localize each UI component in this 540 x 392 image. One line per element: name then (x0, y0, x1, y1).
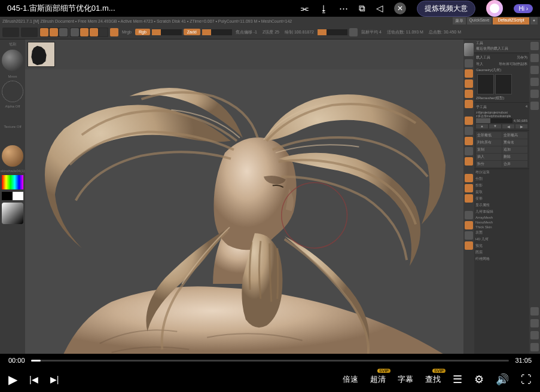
rp-insert[interactable]: 插入 (476, 154, 502, 160)
menubar-menu[interactable]: 菜单 (453, 17, 466, 24)
rp-merge[interactable]: 合并 (502, 161, 528, 167)
prev-button[interactable]: |◀ (29, 375, 38, 384)
fr-8[interactable] (530, 319, 539, 327)
tb-mrgb[interactable]: Mrgb (120, 30, 133, 34)
tb-dynamic[interactable] (349, 28, 358, 36)
rp-all-high[interactable]: 全部最高 (502, 132, 528, 139)
rs-icon-2[interactable] (465, 79, 473, 88)
rp-panel-10[interactable]: 表面 (474, 229, 529, 236)
quicksave-button[interactable]: QuickSave (467, 17, 492, 24)
rp-panel-0[interactable]: 布尔运算 (474, 169, 529, 176)
rp-panel-7[interactable]: ArrayMesh (474, 215, 529, 220)
rp-nav-up[interactable]: ▲ (476, 124, 488, 128)
rp-duplicate[interactable]: 复制 (476, 146, 502, 153)
rs-frame[interactable] (465, 59, 473, 68)
rs-move[interactable] (465, 174, 473, 182)
tb-move[interactable] (71, 28, 79, 36)
rp-panel-4[interactable]: 变形 (474, 195, 529, 202)
fr-6[interactable] (530, 102, 539, 110)
rp-append[interactable]: 追加 (502, 146, 528, 153)
rp-panel-13[interactable]: 图层 (474, 249, 529, 256)
rs-rotate[interactable] (465, 194, 473, 203)
rp-all-low[interactable]: 全部最低 (476, 132, 502, 139)
fr-10[interactable] (530, 343, 539, 351)
tb-rgb-slider[interactable] (152, 29, 182, 35)
fr-4[interactable] (530, 78, 539, 86)
rp-subtool-slider[interactable] (476, 118, 512, 123)
rs-xyz[interactable] (465, 147, 473, 155)
rp-panel-9[interactable]: Thick Skin (474, 225, 529, 229)
rs-icon-3[interactable] (465, 90, 473, 98)
default-script-button[interactable]: DefaultZScript (493, 17, 529, 24)
rs-transp[interactable] (465, 221, 473, 229)
rp-list-all[interactable]: 列出所有 (476, 139, 502, 146)
tb-rgb[interactable]: Rgb (135, 29, 150, 35)
rs-polyframe[interactable] (465, 211, 473, 219)
close-icon[interactable]: ✕ (394, 2, 406, 14)
avatar[interactable] (486, 0, 503, 17)
tb-sculptris[interactable] (110, 28, 118, 36)
rs-zoom[interactable] (465, 184, 473, 192)
progress-track[interactable] (31, 360, 510, 362)
rp-panel-5[interactable]: 显示属性 (474, 202, 529, 209)
color-picker[interactable] (2, 175, 23, 189)
tb-z-slider[interactable] (202, 29, 232, 35)
rp-panel-8[interactable]: NanoMesh (474, 220, 529, 225)
fr-5[interactable] (530, 90, 539, 98)
rp-panel-3[interactable]: 提取 (474, 189, 529, 195)
gradient-preview[interactable] (2, 203, 23, 224)
tb-gizmo-2[interactable] (50, 28, 58, 36)
rs-icon-4[interactable] (465, 100, 473, 108)
rp-rename[interactable]: 重命名 (502, 139, 528, 146)
download-icon[interactable]: ⭳ (319, 4, 328, 14)
rs-persp[interactable] (465, 117, 473, 125)
tb-gizmo-3[interactable] (59, 28, 68, 36)
rp-panel-2[interactable]: 投影 (474, 182, 529, 189)
tb-scale[interactable] (80, 28, 89, 36)
cast-icon[interactable]: ◁ (376, 3, 383, 14)
fr-2[interactable] (530, 54, 539, 62)
rp-panel-12[interactable]: 预览 (474, 243, 529, 249)
rp-split[interactable]: 拆分 (476, 161, 502, 167)
more-icon[interactable]: ⋯ (339, 3, 348, 14)
rp-panel-1[interactable]: 分割 (474, 176, 529, 182)
rp-tool-icon-2[interactable] (495, 74, 512, 94)
tb-draw[interactable] (99, 28, 108, 36)
next-button[interactable]: ▶| (50, 375, 59, 384)
rp-load[interactable]: 载入工具 (476, 55, 490, 60)
rp-nav-prev[interactable]: ◀ (502, 124, 514, 128)
tb-rotate[interactable] (90, 28, 98, 36)
search-button[interactable]: 查找 SVIP (425, 374, 441, 385)
rs-solo[interactable] (465, 241, 473, 250)
fr-1[interactable] (530, 42, 539, 50)
rs-icon-1[interactable] (465, 69, 473, 78)
color-swatches[interactable] (2, 192, 23, 200)
brush-preview[interactable] (2, 50, 23, 71)
speed-button[interactable]: 倍速 (343, 374, 358, 385)
quality-button[interactable]: 超清 SVIP (370, 374, 386, 385)
rp-nav-down[interactable]: ▼ (489, 124, 501, 128)
fr-3[interactable] (530, 66, 539, 74)
rs-local[interactable] (465, 137, 473, 145)
thumbnail-1[interactable] (28, 42, 55, 67)
tb-mode[interactable] (2, 27, 19, 37)
volume-icon[interactable]: 🔊 (496, 373, 509, 386)
rs-pframes[interactable] (465, 157, 473, 166)
tb-zadd[interactable]: Zadd (184, 29, 200, 35)
play-button[interactable]: ▶ (8, 372, 17, 387)
viewport-canvas[interactable] (25, 69, 463, 354)
rp-export[interactable]: 导出许可制作副本 (499, 62, 527, 67)
rp-panel-14[interactable]: 纤维网格 (474, 256, 529, 262)
hi-badge[interactable]: Hi › (514, 4, 533, 13)
share-icon[interactable]: ⫘ (300, 4, 309, 14)
rs-floor[interactable] (465, 127, 473, 135)
fr-9[interactable] (530, 331, 539, 339)
playlist-icon[interactable]: ☰ (453, 373, 462, 386)
rs-ghost[interactable] (465, 231, 473, 240)
rp-panel-11[interactable]: HD 几何 (474, 236, 529, 243)
nav-head-preview[interactable] (464, 43, 474, 56)
rp-panel-6[interactable]: 几何体编辑 (474, 209, 529, 215)
stroke-preview[interactable] (2, 81, 23, 102)
tb-draw-slider[interactable] (318, 29, 347, 35)
material-preview[interactable] (2, 145, 23, 167)
